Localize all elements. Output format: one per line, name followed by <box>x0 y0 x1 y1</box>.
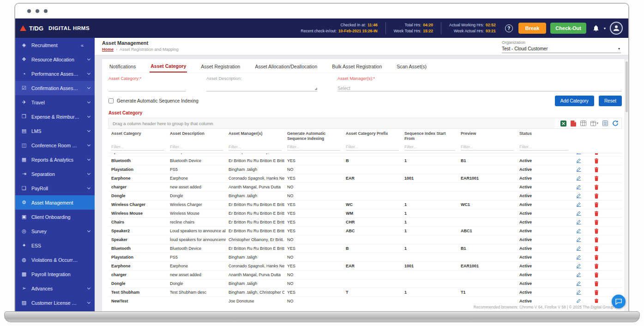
filter-input[interactable]: Filter... <box>461 144 514 151</box>
table-row[interactable]: Earphone Earphone Coronado Spagnoli, Han… <box>108 174 622 183</box>
table-row[interactable]: Wireless Charger Wireless Charger Er Bri… <box>108 200 622 209</box>
filter-input[interactable]: Filter... <box>111 144 164 151</box>
cell-asset-category[interactable]: Speaker <box>108 235 167 244</box>
edit-icon[interactable] <box>576 300 581 303</box>
edit-icon[interactable] <box>576 256 581 260</box>
sidebar-item[interactable]: ✦ ESS <box>15 238 95 253</box>
table-row[interactable]: Earphone Earphone Coronado Spagnoli, Han… <box>108 262 622 271</box>
table-row[interactable]: Bluetooth Bluetooth Device Er Britton Ru… <box>108 157 622 165</box>
column-header[interactable]: Asset Category <box>108 129 167 143</box>
table-row[interactable]: charger new asset added Ananth Mangal, P… <box>108 271 622 279</box>
sidebar-item[interactable]: ❒ Expense & Reimbursement <box>15 109 95 124</box>
help-icon[interactable]: ? <box>505 24 513 32</box>
delete-icon[interactable] <box>594 237 599 242</box>
tab[interactable]: Notifications <box>108 60 137 72</box>
notifications-bell-icon[interactable] <box>592 24 600 32</box>
grid-view-options-icon[interactable]: ▾ <box>590 121 598 126</box>
column-header[interactable]: Preview <box>458 129 517 143</box>
delete-icon[interactable] <box>594 281 599 286</box>
cell-asset-category[interactable]: NewTest <box>108 297 167 303</box>
sidebar-item[interactable]: ◎ Survey <box>15 224 95 238</box>
sidebar-item[interactable]: ▨ Customer License Report <box>15 296 95 310</box>
edit-icon[interactable] <box>576 159 581 164</box>
table-row[interactable]: Playstation PS5 Bingham .taligh NO Activ… <box>108 165 622 174</box>
organization-select[interactable]: Organization Test - Cloud Customer ▾ <box>502 40 621 53</box>
cell-asset-category[interactable]: Test Shubham <box>108 288 167 297</box>
user-avatar[interactable] <box>610 22 623 35</box>
tab[interactable]: Bulk Asset Registration <box>331 60 383 72</box>
cell-asset-category[interactable]: Earphone <box>108 262 167 271</box>
sidebar-item[interactable]: ☑ Confirmation Assessment <box>15 81 95 95</box>
add-category-button[interactable]: Add Category <box>555 96 594 106</box>
cell-asset-category[interactable]: Speaker2 <box>108 227 167 235</box>
delete-icon[interactable] <box>594 220 599 224</box>
filter-input[interactable]: Filter... <box>287 144 340 151</box>
filter-input[interactable]: Filter... <box>346 144 399 151</box>
tab[interactable]: Scan Asset(s) <box>396 60 427 72</box>
window-dot-icon[interactable] <box>36 9 39 13</box>
table-row[interactable]: Playstation PS5 Bingham .taligh NO Activ… <box>108 253 622 262</box>
edit-icon[interactable] <box>576 273 581 278</box>
cell-asset-category[interactable]: Speaker <box>108 153 167 157</box>
delete-icon[interactable] <box>594 153 599 154</box>
sidebar-item[interactable]: ▣ Client Onboarding <box>15 210 95 224</box>
sidebar-item[interactable]: ◈ Recruitment « <box>15 38 95 52</box>
edit-icon[interactable] <box>576 168 581 173</box>
table-row[interactable]: Bluetooth Bluetooth Device Er Britton Ru… <box>108 244 622 253</box>
delete-icon[interactable] <box>594 255 599 260</box>
edit-icon[interactable] <box>576 203 581 208</box>
edit-icon[interactable] <box>576 186 581 190</box>
edit-icon[interactable] <box>576 265 581 269</box>
column-header[interactable]: Asset Category Prefix <box>343 129 402 143</box>
sidebar-item[interactable]: ⚙ Asset Management <box>15 195 95 210</box>
profile-caret-icon[interactable]: ▾ <box>604 26 606 30</box>
indexing-checkbox[interactable] <box>108 98 114 103</box>
edit-icon[interactable] <box>576 247 581 252</box>
delete-icon[interactable] <box>594 264 599 268</box>
delete-icon[interactable] <box>594 299 599 303</box>
cell-asset-category[interactable]: Wireless Charger <box>108 200 167 209</box>
cell-asset-category[interactable]: charger <box>108 183 167 192</box>
sidebar-item[interactable]: ▤ LMS <box>15 124 95 138</box>
cell-asset-category[interactable]: Earphone <box>108 174 167 183</box>
cell-asset-category[interactable]: charger <box>108 271 167 279</box>
edit-icon[interactable] <box>576 221 581 225</box>
asset-description-input[interactable]: ◢ <box>206 83 317 91</box>
checkout-button[interactable]: Check-Out <box>550 23 586 34</box>
export-list-icon[interactable] <box>602 121 608 126</box>
scrollbar-thumb[interactable] <box>626 61 628 112</box>
cell-asset-category[interactable]: Dongle <box>108 192 167 200</box>
brand-logo[interactable]: T/DG DIGITAL HRMS <box>20 25 90 32</box>
cell-asset-category[interactable]: Chairs <box>108 218 167 227</box>
window-dot-icon[interactable] <box>27 9 31 13</box>
edit-icon[interactable] <box>576 238 581 243</box>
table-row[interactable]: Speaker2 Loud speakers to announce ale..… <box>108 227 622 235</box>
edit-icon[interactable] <box>576 194 581 199</box>
sidebar-item[interactable]: ❑ PayRoll <box>15 181 95 195</box>
tab[interactable]: Asset Allocation/Deallocation <box>254 60 318 72</box>
sidebar-item[interactable]: ▦ Reports & Analytics <box>15 152 95 167</box>
cell-asset-category[interactable]: Bluetooth <box>108 244 167 253</box>
sidebar-item[interactable]: ◔ Performance Assessment <box>15 66 95 81</box>
cell-asset-category[interactable]: Wireless Mouse <box>108 209 167 218</box>
cell-asset-category[interactable]: Playstation <box>108 253 167 262</box>
tab[interactable]: Asset Registration <box>200 60 241 72</box>
cell-asset-category[interactable]: Dongle <box>108 279 167 288</box>
filter-input[interactable]: Filter... <box>170 144 223 151</box>
edit-icon[interactable] <box>576 153 581 155</box>
export-pdf-icon[interactable] <box>571 121 576 127</box>
column-header[interactable]: Asset Description <box>167 129 226 143</box>
asset-category-input[interactable] <box>108 83 186 91</box>
table-row[interactable]: Speaker loud speakers for announcemn... … <box>108 153 622 157</box>
table-row[interactable]: charger new asset added Ananth Mangal, P… <box>108 183 622 192</box>
cell-asset-category[interactable]: Bluetooth <box>108 157 167 165</box>
sidebar-item[interactable]: ❖ Resource Allocation <box>15 52 95 66</box>
asset-managers-select[interactable]: Select <box>337 83 622 91</box>
cell-asset-category[interactable]: Playstation <box>108 165 167 174</box>
filter-input[interactable]: Filter... <box>404 144 455 151</box>
column-header[interactable]: Asset Manager(s) <box>226 129 284 143</box>
column-header[interactable]: Sequence Index Start From <box>402 129 458 143</box>
delete-icon[interactable] <box>594 185 599 189</box>
table-row[interactable]: Chairs recline chairs Er Britton Ru Ru B… <box>108 218 622 227</box>
export-excel-icon[interactable] <box>560 121 566 127</box>
